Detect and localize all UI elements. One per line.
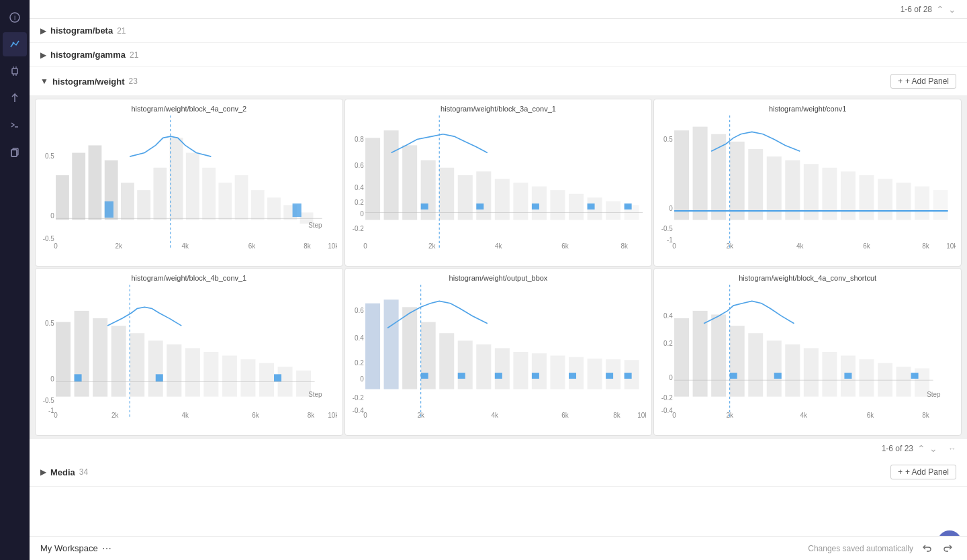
add-panel-media-plus-icon: + xyxy=(898,467,903,477)
workspace-menu-icon[interactable]: ⋯ xyxy=(102,543,111,554)
section-media-header[interactable]: ▶ Media 34 + + Add Panel xyxy=(30,458,967,487)
svg-rect-144 xyxy=(587,359,602,389)
svg-text:2k: 2k xyxy=(428,242,435,250)
svg-rect-45 xyxy=(420,160,435,220)
svg-text:0.2: 0.2 xyxy=(355,199,364,206)
svg-rect-116 xyxy=(75,374,82,381)
svg-text:6k: 6k xyxy=(248,242,255,250)
expand-icon-1[interactable]: ⤢ xyxy=(312,103,324,115)
sidebar-icon-terminal[interactable] xyxy=(3,113,27,137)
svg-rect-43 xyxy=(383,130,398,220)
svg-text:8k: 8k xyxy=(923,242,929,250)
svg-text:0: 0 xyxy=(673,412,677,419)
svg-text:-0.2: -0.2 xyxy=(352,225,364,232)
svg-text:2k: 2k xyxy=(115,242,122,250)
svg-rect-152 xyxy=(606,373,613,379)
svg-rect-28 xyxy=(105,201,113,218)
svg-text:0: 0 xyxy=(670,374,674,381)
svg-text:i: i xyxy=(14,14,15,21)
svg-rect-88 xyxy=(915,187,929,220)
svg-rect-104 xyxy=(93,318,107,397)
svg-text:0: 0 xyxy=(54,412,58,419)
svg-rect-20 xyxy=(186,153,199,220)
svg-rect-50 xyxy=(513,183,528,220)
svg-rect-51 xyxy=(532,187,547,220)
svg-text:-0.4: -0.4 xyxy=(352,407,364,414)
svg-rect-79 xyxy=(749,149,764,220)
svg-rect-184 xyxy=(911,373,919,379)
svg-text:4k: 4k xyxy=(495,242,502,250)
add-panel-media-button[interactable]: + + Add Panel xyxy=(890,465,956,479)
svg-rect-105 xyxy=(111,326,126,397)
weight-chevron-down[interactable]: ⌄ xyxy=(929,443,937,454)
sidebar-icon-chart[interactable] xyxy=(3,32,27,56)
svg-rect-183 xyxy=(845,373,852,379)
more-icon-1[interactable]: ⋮ xyxy=(326,103,338,115)
bottom-bar: My Workspace ⋯ Changes saved automatical… xyxy=(30,536,967,560)
svg-rect-111 xyxy=(222,356,237,397)
top-pagination-chevron-down[interactable]: ⌄ xyxy=(948,4,956,15)
section-media-title: Media xyxy=(50,467,75,477)
panel-block3a-conv1: histogram/weight/block_3a_conv_1 xyxy=(344,99,653,267)
sidebar-icon-info[interactable]: i xyxy=(3,5,27,30)
svg-rect-19 xyxy=(170,138,183,220)
section-gamma-count: 21 xyxy=(130,50,138,60)
add-panel-label: + Add Panel xyxy=(905,77,949,86)
section-gamma-header[interactable]: ▶ histogram/gamma 21 xyxy=(30,43,967,67)
sidebar-icon-model[interactable] xyxy=(3,86,27,110)
svg-rect-53 xyxy=(569,194,584,220)
autosave-text: Changes saved automatically xyxy=(808,544,913,553)
svg-text:6k: 6k xyxy=(867,412,874,419)
weight-chevron-up[interactable]: ⌃ xyxy=(917,443,925,454)
section-beta-header[interactable]: ▶ histogram/beta 21 xyxy=(30,19,967,43)
panel-output-bbox: histogram/weight/output_bbox xyxy=(344,268,653,436)
svg-rect-57 xyxy=(420,203,428,209)
redo-button[interactable] xyxy=(940,541,956,557)
sidebar-icon-copy[interactable] xyxy=(3,140,27,164)
section-gamma-chevron: ▶ xyxy=(40,50,46,60)
svg-text:-0.5: -0.5 xyxy=(43,235,55,242)
svg-rect-172 xyxy=(767,340,782,396)
svg-text:0.2: 0.2 xyxy=(355,359,364,367)
svg-text:0: 0 xyxy=(50,212,54,220)
section-media-count: 34 xyxy=(79,467,88,477)
svg-text:0.4: 0.4 xyxy=(663,312,673,320)
resize-handle[interactable]: ↔ xyxy=(948,444,956,453)
svg-text:-0.2: -0.2 xyxy=(352,394,364,402)
svg-text:6k: 6k xyxy=(561,412,568,419)
undo-button[interactable] xyxy=(919,541,935,557)
svg-text:10k: 10k xyxy=(637,412,646,419)
sidebar-icon-chip[interactable] xyxy=(3,59,27,83)
svg-text:Step: Step xyxy=(308,391,322,398)
svg-rect-148 xyxy=(457,373,465,379)
svg-rect-84 xyxy=(841,171,856,220)
svg-text:0: 0 xyxy=(363,242,367,250)
svg-text:0: 0 xyxy=(363,412,367,419)
panel-title-6: histogram/weight/block_4a_conv_shortcut xyxy=(659,274,956,282)
top-pagination-chevron-up[interactable]: ⌃ xyxy=(936,4,944,15)
chart-area-6: 0.4 0.2 0 -0.2 -0.4 0 2k 4k 6k 8k Step xyxy=(659,285,956,419)
svg-rect-150 xyxy=(532,373,539,379)
add-panel-weight-button[interactable]: + + Add Panel xyxy=(890,74,956,89)
svg-text:8k: 8k xyxy=(304,242,310,250)
svg-text:2k: 2k xyxy=(727,412,733,419)
svg-rect-102 xyxy=(56,322,71,397)
svg-text:-0.4: -0.4 xyxy=(661,407,674,414)
bookmark-icon-1[interactable]: ☆ xyxy=(282,103,294,115)
svg-rect-108 xyxy=(167,344,181,397)
svg-point-2 xyxy=(13,42,15,44)
panel-conv1: histogram/weight/conv1 xyxy=(653,99,962,267)
edit-icon-1[interactable]: ✏ xyxy=(297,103,309,115)
svg-rect-3 xyxy=(12,68,17,74)
svg-rect-168 xyxy=(693,311,708,397)
top-bar: 1-6 of 28 ⌃ ⌄ xyxy=(30,0,967,19)
svg-text:6k: 6k xyxy=(864,242,870,250)
svg-text:6k: 6k xyxy=(252,412,259,419)
svg-text:0.5: 0.5 xyxy=(45,152,54,160)
svg-text:0.8: 0.8 xyxy=(355,136,364,143)
top-pagination-text: 1-6 of 28 xyxy=(901,5,932,14)
section-weight-header[interactable]: ▼ histogram/weight 23 + + Add Panel xyxy=(30,67,967,96)
svg-rect-85 xyxy=(860,175,874,220)
svg-rect-174 xyxy=(804,348,819,396)
svg-text:8k: 8k xyxy=(613,412,620,419)
